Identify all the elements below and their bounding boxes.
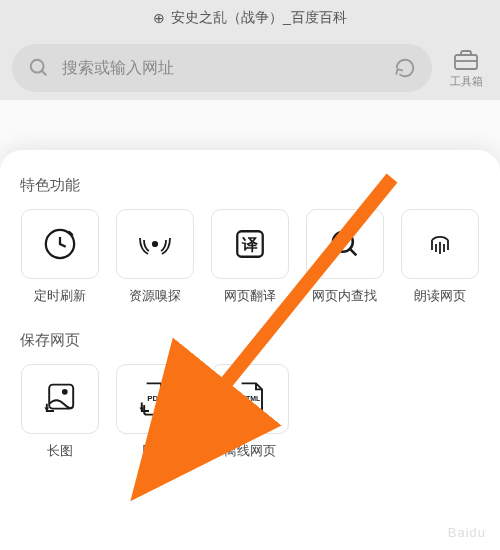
watermark: Baidu	[448, 525, 486, 540]
longimage-icon	[41, 380, 79, 418]
tile-pdf[interactable]: PDF PDF	[113, 364, 198, 460]
toolbox-icon	[453, 48, 479, 72]
page-title-bar: ⊕ 安史之乱（战争）_百度百科	[0, 0, 500, 36]
tile-resource-sniff[interactable]: 资源嗅探	[113, 209, 198, 305]
radar-icon	[136, 225, 174, 263]
page-title: 安史之乱（战争）_百度百科	[171, 9, 347, 27]
svg-text:PDF: PDF	[147, 394, 163, 403]
svg-rect-16	[50, 385, 74, 409]
svg-text:译: 译	[241, 236, 259, 253]
tile-offline-html[interactable]: HTML 离线网页	[208, 364, 293, 460]
toolbox-label: 工具箱	[450, 74, 483, 89]
svg-rect-2	[455, 55, 477, 69]
html-icon: HTML	[231, 380, 269, 418]
refresh-icon[interactable]	[394, 57, 416, 79]
svg-text:HTML: HTML	[241, 395, 261, 402]
audio-icon	[421, 225, 459, 263]
tile-label: 资源嗅探	[129, 287, 181, 305]
svg-line-9	[350, 249, 356, 255]
svg-line-1	[42, 71, 47, 76]
tile-label: 离线网页	[224, 442, 276, 460]
search-bar[interactable]: 搜索或输入网址	[12, 44, 432, 92]
tile-label: 朗读网页	[414, 287, 466, 305]
section-features-title: 特色功能	[20, 176, 482, 195]
tile-label: 网页翻译	[224, 287, 276, 305]
search-placeholder: 搜索或输入网址	[62, 58, 382, 79]
find-icon	[326, 225, 364, 263]
tile-translate[interactable]: 译 网页翻译	[208, 209, 293, 305]
tools-sheet: 特色功能 定时刷新 资源嗅探 译 网页翻译	[0, 150, 500, 550]
tile-long-image[interactable]: 长图	[18, 364, 103, 460]
tile-label: 定时刷新	[34, 287, 86, 305]
tile-timer-refresh[interactable]: 定时刷新	[18, 209, 103, 305]
tile-find-in-page[interactable]: 网页内查找	[302, 209, 387, 305]
search-icon	[28, 57, 50, 79]
tile-read-aloud[interactable]: 朗读网页	[397, 209, 482, 305]
translate-icon: 译	[231, 225, 269, 263]
toolbox-button[interactable]: 工具箱	[444, 48, 488, 89]
svg-point-5	[153, 242, 157, 246]
svg-point-17	[63, 390, 67, 394]
svg-point-0	[31, 60, 44, 73]
tile-label: 网页内查找	[312, 287, 377, 305]
pdf-icon: PDF	[136, 380, 174, 418]
tile-label: PDF	[142, 442, 168, 457]
section-save-title: 保存网页	[20, 331, 482, 350]
clock-icon	[41, 225, 79, 263]
tile-label: 长图	[47, 442, 73, 460]
